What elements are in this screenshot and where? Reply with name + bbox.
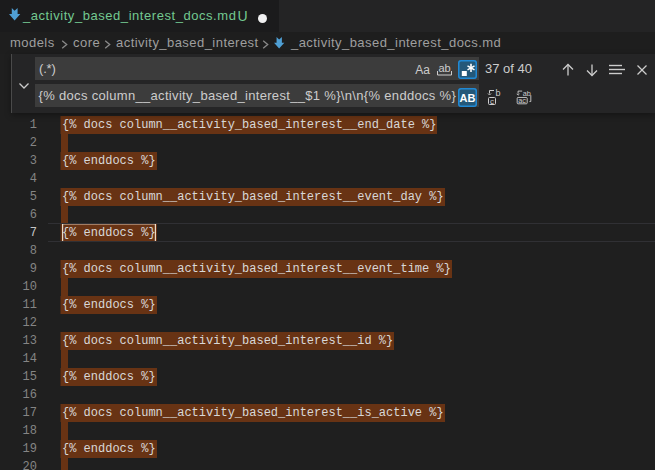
svg-text:ac: ac [518, 96, 526, 105]
svg-text:c: c [490, 97, 494, 106]
svg-text:AB: AB [460, 92, 476, 104]
svg-text:ab: ab [438, 62, 450, 74]
svg-text:Aa: Aa [415, 63, 430, 77]
svg-text:b: b [495, 88, 500, 98]
